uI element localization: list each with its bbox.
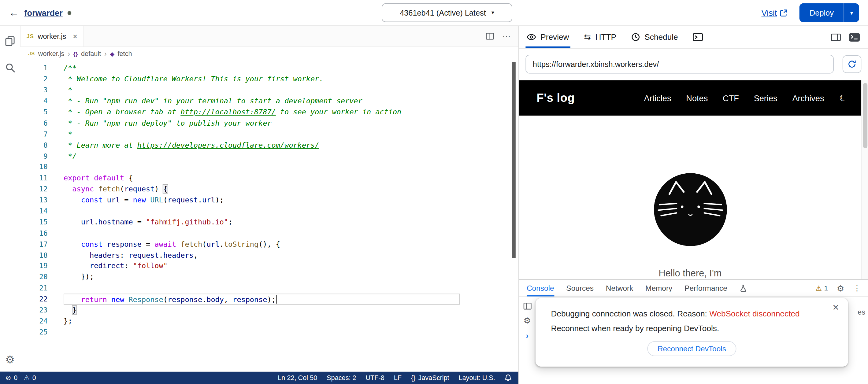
- tab-preview-label: Preview: [540, 33, 569, 41]
- breadcrumb-file[interactable]: worker.js: [38, 50, 65, 58]
- site-nav: Articles Notes CTF Series Archives ☾: [644, 93, 847, 103]
- tabstrip-actions: ⋯: [486, 26, 519, 46]
- problems-indicator[interactable]: ⊘ 0 ⚠ 0: [5, 374, 36, 382]
- devtools-panel: Console Sources Network Memory Performan…: [519, 279, 868, 384]
- debugger-disconnected-dialog: ✕ Debugging connection was closed. Reaso…: [535, 298, 848, 366]
- preview-tabbar: Preview ⇆ HTTP Schedule: [519, 26, 868, 49]
- code-editor[interactable]: 1/**2 * Welcome to Cloudflare Workers! T…: [20, 60, 519, 372]
- version-label: 4361eb41 (Active) Latest: [400, 8, 486, 17]
- dialog-hint: Reconnect when ready by reopening DevToo…: [551, 324, 833, 333]
- deploy-split-button: Deploy ▾: [800, 3, 859, 22]
- split-editor-icon[interactable]: [486, 33, 494, 40]
- console-sidebar-icon[interactable]: [523, 302, 531, 310]
- dark-mode-moon-icon[interactable]: ☾: [838, 92, 848, 104]
- preview-viewport: F's log Articles Notes CTF Series Archiv…: [519, 80, 868, 279]
- panel-layout-icon[interactable]: [831, 33, 841, 41]
- braces-icon: {}: [411, 374, 415, 382]
- bell-icon[interactable]: [505, 374, 512, 382]
- nav-notes[interactable]: Notes: [686, 93, 708, 103]
- preview-url-input[interactable]: https://forwarder.xbinsh.workers.dev/: [525, 55, 834, 73]
- reconnect-devtools-button[interactable]: Reconnect DevTools: [647, 341, 737, 356]
- text-cursor: [276, 294, 277, 303]
- close-tab-icon[interactable]: ×: [73, 32, 78, 41]
- tab-preview[interactable]: Preview: [527, 26, 569, 48]
- devtools-rail: ⚙ ›: [519, 297, 535, 340]
- eye-icon: [527, 33, 536, 41]
- deploy-button[interactable]: Deploy: [800, 3, 843, 22]
- preview-tabbar-actions: [831, 32, 860, 42]
- tab-http-label: HTTP: [595, 33, 616, 41]
- warning-icon: ⚠: [24, 374, 29, 382]
- warning-count: 0: [32, 374, 36, 382]
- external-link-icon: [780, 9, 787, 17]
- site-intro-text: Hello there, I'm: [519, 268, 862, 279]
- preview-pane: Preview ⇆ HTTP Schedule: [519, 26, 868, 384]
- devtools-tab-performance[interactable]: Performance: [684, 280, 727, 296]
- encoding-setting[interactable]: UTF-8: [366, 374, 384, 382]
- terminal-icon[interactable]: [693, 33, 703, 41]
- tab-worker-js[interactable]: JS worker.js ×: [20, 26, 84, 46]
- search-icon[interactable]: [4, 62, 16, 74]
- indentation-setting[interactable]: Spaces: 2: [327, 374, 356, 382]
- devtools-tab-sources[interactable]: Sources: [566, 280, 594, 296]
- tab-schedule[interactable]: Schedule: [631, 26, 678, 48]
- more-actions-icon[interactable]: ⋯: [502, 31, 511, 41]
- cursor-position[interactable]: Ln 22, Col 50: [278, 374, 317, 382]
- nav-ctf[interactable]: CTF: [723, 93, 739, 103]
- breadcrumb-method[interactable]: fetch: [118, 50, 132, 58]
- files-icon[interactable]: [4, 35, 16, 48]
- tab-title: worker.js: [38, 32, 66, 40]
- http-arrows-icon: ⇆: [584, 32, 591, 42]
- devtools-console-toggle-icon[interactable]: [849, 32, 860, 42]
- editor-column: JS worker.js × ⋯ JS worker.js: [20, 26, 519, 372]
- breadcrumb-module[interactable]: default: [81, 50, 101, 58]
- visit-link[interactable]: Visit: [762, 8, 787, 18]
- eol-setting[interactable]: LF: [394, 374, 402, 382]
- keyboard-layout[interactable]: Layout: U.S.: [459, 374, 495, 382]
- back-arrow-icon[interactable]: ←: [9, 7, 19, 19]
- breadcrumb-separator: ›: [68, 50, 70, 58]
- devtools-settings-gear-icon[interactable]: ⚙: [837, 284, 844, 292]
- topbar-actions: Visit Deploy ▾: [762, 3, 860, 22]
- preview-scrollbar[interactable]: [861, 80, 868, 279]
- statusbar: ⊘ 0 ⚠ 0 Ln 22, Col 50 Spaces: 2 UTF-8 LF…: [0, 372, 519, 384]
- rendered-site: F's log Articles Notes CTF Series Archiv…: [519, 80, 862, 279]
- preview-url-text: https://forwarder.xbinsh.workers.dev/: [533, 60, 659, 68]
- devtools-tab-memory[interactable]: Memory: [645, 280, 672, 296]
- devtools-menu-icon[interactable]: ⋮: [853, 284, 861, 293]
- preview-scrollbar-thumb[interactable]: [863, 83, 867, 148]
- deploy-dropdown-button[interactable]: ▾: [843, 3, 859, 22]
- nav-archives[interactable]: Archives: [792, 93, 824, 103]
- warning-counter[interactable]: ⚠ 1: [815, 284, 828, 292]
- devtools-tab-console[interactable]: Console: [527, 280, 554, 296]
- dialog-error-reason: WebSocket disconnected: [709, 309, 800, 318]
- activity-bar: ⚙: [0, 26, 20, 372]
- breadcrumb: JS worker.js › {} default › ◆ fetch: [20, 47, 519, 60]
- editor-scrollbar-thumb[interactable]: [512, 62, 516, 258]
- devtools-tab-network[interactable]: Network: [606, 280, 633, 296]
- visit-label: Visit: [762, 8, 777, 18]
- nav-articles[interactable]: Articles: [644, 93, 671, 103]
- devtools-tabbar-actions: ⚠ 1 ⚙ ⋮: [815, 284, 861, 293]
- error-icon: ⊘: [5, 374, 11, 382]
- close-dialog-icon[interactable]: ✕: [832, 302, 839, 313]
- editor-tabstrip: JS worker.js × ⋯: [20, 26, 519, 47]
- devtools-body: ⚙ › es ✕ Debugging connection was closed…: [519, 297, 868, 384]
- console-prompt-chevron[interactable]: ›: [526, 331, 528, 340]
- nav-series[interactable]: Series: [754, 93, 777, 103]
- console-settings-gear-icon[interactable]: ⚙: [524, 316, 531, 325]
- clock-icon: [631, 33, 640, 41]
- topbar: ← forwarder 4361eb41 (Active) Latest ▾ V…: [0, 0, 868, 26]
- refresh-icon: [847, 60, 857, 68]
- language-mode[interactable]: {} JavaScript: [411, 374, 449, 382]
- editor-pane: ⚙ JS worker.js × ⋯: [0, 26, 519, 384]
- tab-http[interactable]: ⇆ HTTP: [584, 26, 616, 48]
- site-logo[interactable]: F's log: [537, 91, 575, 104]
- settings-gear-icon[interactable]: ⚙: [5, 354, 15, 365]
- site-header: F's log Articles Notes CTF Series Archiv…: [519, 80, 862, 116]
- refresh-button[interactable]: [843, 55, 861, 73]
- symbol-method-icon: ◆: [110, 51, 114, 57]
- warning-icon: ⚠: [815, 284, 822, 292]
- project-name-link[interactable]: forwarder: [25, 8, 63, 18]
- version-selector[interactable]: 4361eb41 (Active) Latest ▾: [382, 3, 512, 22]
